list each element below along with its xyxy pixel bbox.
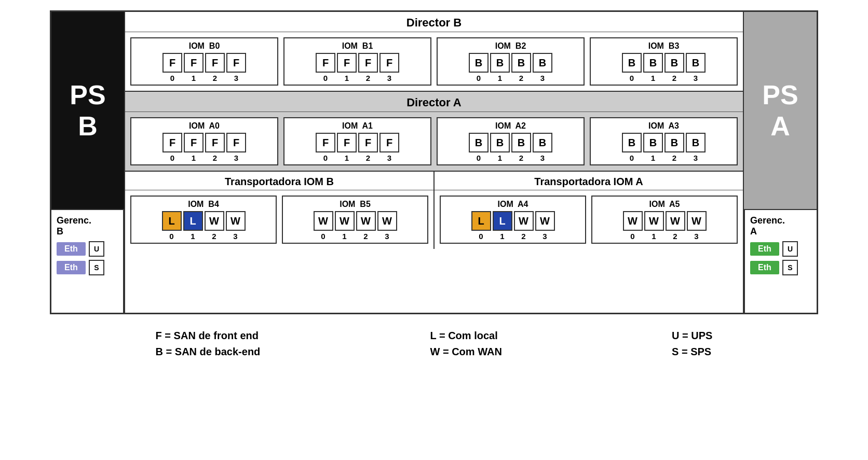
port-a2-3: B	[533, 133, 552, 152]
port-a1-2: F	[358, 133, 378, 152]
iom-b1-numbers: 0 1 2 3	[287, 74, 428, 82]
iom-a2-title: IOM A2	[440, 121, 581, 131]
iom-a3-ports: B B B B	[593, 133, 735, 152]
u-box-a: U	[782, 241, 798, 257]
port-b5-1: W	[335, 211, 355, 231]
iom-b3-ports: B B B B	[593, 53, 735, 73]
iom-b4: IOM B4 L L W W 0 1 2 3	[130, 196, 277, 244]
iom-a1-numbers: 0 1 2 3	[287, 154, 428, 162]
iom-b1-ports: F F F F	[287, 53, 428, 73]
port-a4-0: L	[471, 211, 491, 231]
port-a4-2: W	[514, 211, 534, 231]
port-a5-0: W	[623, 211, 643, 231]
port-a2-1: B	[490, 133, 510, 152]
port-a3-2: B	[664, 133, 684, 152]
port-b3-1: B	[643, 53, 663, 73]
iom-a1-title: IOM A1	[287, 121, 428, 131]
left-panel: PSB Gerenc.B Eth U Eth S	[51, 12, 124, 313]
port-b2-2: B	[511, 53, 531, 73]
port-b2-3: B	[533, 53, 552, 73]
legend-f: F = SAN de front end	[156, 330, 261, 342]
iom-b3: IOM B3 B B B B 0 1 2 3	[590, 37, 738, 86]
director-b-iom-row: IOM B0 F F F F 0 1 2 3	[125, 32, 743, 91]
transportadora-a-iom-row: IOM A4 L L W W 0 1 2 3	[435, 190, 743, 249]
legend-u: U = UPS	[672, 330, 712, 342]
port-b2-0: B	[469, 53, 489, 73]
iom-a5-title: IOM A5	[594, 200, 735, 209]
director-a-section: Director A IOM A0 F F F F 0 1 2 3	[125, 92, 743, 172]
iom-b4-ports: L L W W	[133, 211, 274, 231]
port-b0-0: F	[162, 53, 182, 73]
legend-w: W = Com WAN	[430, 346, 502, 358]
port-b1-0: F	[316, 53, 335, 73]
port-b5-3: W	[377, 211, 397, 231]
iom-a0-title: IOM A0	[133, 121, 275, 131]
iom-a4-numbers: 0 1 2 3	[443, 232, 583, 241]
iom-b2: IOM B2 B B B B 0 1 2 3	[437, 37, 585, 86]
port-b0-2: F	[205, 53, 225, 73]
iom-b4-numbers: 0 1 2 3	[133, 232, 274, 241]
s-box-a: S	[782, 260, 798, 275]
iom-a1: IOM A1 F F F F 0 1 2 3	[283, 117, 431, 165]
iom-b2-ports: B B B B	[440, 53, 581, 73]
iom-a0-numbers: 0 1 2 3	[133, 154, 275, 162]
port-b5-0: W	[314, 211, 333, 231]
port-b1-2: F	[358, 53, 378, 73]
port-a5-3: W	[687, 211, 707, 231]
iom-a0-ports: F F F F	[133, 133, 275, 152]
director-a-iom-row: IOM A0 F F F F 0 1 2 3	[125, 112, 743, 171]
iom-a5-ports: W W W W	[594, 211, 735, 231]
iom-a3-title: IOM A3	[593, 121, 735, 131]
legend-l: L = Com local	[430, 330, 502, 342]
ps-b-label: PSB	[51, 12, 124, 209]
transportadora-b-iom-row: IOM B4 L L W W 0 1 2 3	[125, 190, 433, 249]
iom-b1-title: IOM B1	[287, 41, 428, 51]
eth-badge-purple-1: Eth	[57, 242, 86, 256]
transportadora-b: Transportadora IOM B IOM B4 L L W W 0	[125, 172, 435, 249]
legend: F = SAN de front end B = SAN de back-end…	[50, 314, 818, 373]
center-content: Director B IOM B0 F F F F 0 1 2 3	[124, 12, 744, 313]
iom-a3: IOM A3 B B B B 0 1 2 3	[590, 117, 738, 165]
port-b4-0: L	[162, 211, 182, 231]
port-a0-0: F	[162, 133, 182, 152]
director-a-title: Director A	[125, 92, 743, 112]
iom-b0-title: IOM B0	[133, 41, 275, 51]
iom-b0-numbers: 0 1 2 3	[133, 74, 275, 82]
port-a2-2: B	[511, 133, 531, 152]
legend-b: B = SAN de back-end	[156, 346, 261, 358]
gerenc-a: Gerenc.A Eth U Eth S	[744, 209, 817, 313]
gerenc-a-eth1-row: Eth U	[750, 241, 811, 257]
port-a2-0: B	[469, 133, 489, 152]
port-a1-0: F	[316, 133, 335, 152]
port-a0-2: F	[205, 133, 225, 152]
ps-a-label: PSA	[744, 12, 817, 209]
iom-b0-ports: F F F F	[133, 53, 275, 73]
iom-a4: IOM A4 L L W W 0 1 2 3	[440, 196, 586, 244]
gerenc-b-eth1-row: Eth U	[57, 241, 118, 257]
port-b5-2: W	[356, 211, 376, 231]
port-a0-1: F	[184, 133, 204, 152]
gerenc-b-title: Gerenc.B	[57, 215, 118, 237]
iom-a1-ports: F F F F	[287, 133, 428, 152]
iom-b2-title: IOM B2	[440, 41, 581, 51]
iom-b4-title: IOM B4	[133, 200, 274, 209]
iom-b5: IOM B5 W W W W 0 1 2 3	[282, 196, 428, 244]
gerenc-b-eth2-row: Eth S	[57, 260, 118, 275]
port-b3-3: B	[686, 53, 706, 73]
port-b4-3: W	[226, 211, 246, 231]
eth-badge-green-2: Eth	[750, 261, 779, 274]
port-b3-2: B	[664, 53, 684, 73]
iom-b5-title: IOM B5	[285, 200, 425, 209]
iom-a4-ports: L L W W	[443, 211, 583, 231]
transportadora-a-title: Transportadora IOM A	[435, 172, 743, 190]
port-b4-2: W	[205, 211, 224, 231]
port-b3-0: B	[622, 53, 642, 73]
s-box-b: S	[89, 260, 104, 275]
iom-a0: IOM A0 F F F F 0 1 2 3	[130, 117, 278, 165]
eth-badge-purple-2: Eth	[57, 261, 86, 274]
iom-a2-ports: B B B B	[440, 133, 581, 152]
iom-a2: IOM A2 B B B B 0 1 2 3	[437, 117, 585, 165]
port-a3-0: B	[622, 133, 642, 152]
port-a4-1: L	[493, 211, 512, 231]
right-panel: PSA Gerenc.A Eth U Eth S	[744, 12, 817, 313]
